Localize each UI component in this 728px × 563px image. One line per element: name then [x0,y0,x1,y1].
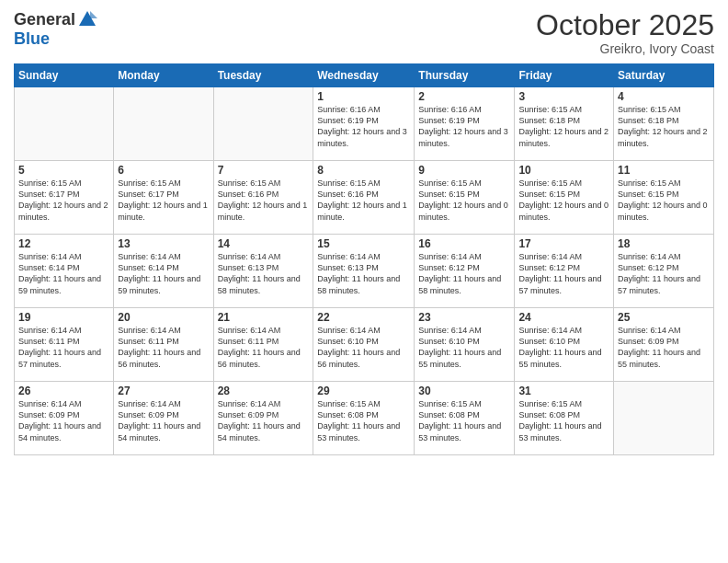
day-info: Sunrise: 6:14 AM Sunset: 6:12 PM Dayligh… [418,251,510,296]
day-info: Sunrise: 6:15 AM Sunset: 6:08 PM Dayligh… [418,398,510,443]
day-number: 9 [418,164,510,177]
day-info: Sunrise: 6:15 AM Sunset: 6:15 PM Dayligh… [518,178,609,223]
day-number: 20 [118,311,209,324]
logo-general-text: General [14,10,75,29]
col-monday: Monday [114,64,213,87]
title-block: October 2025 Greikro, Ivory Coast [536,9,714,56]
svg-marker-1 [90,11,97,18]
day-info: Sunrise: 6:15 AM Sunset: 6:15 PM Dayligh… [618,178,710,223]
logo: General Blue [14,9,97,49]
day-info: Sunrise: 6:14 AM Sunset: 6:12 PM Dayligh… [518,251,609,296]
day-info: Sunrise: 6:15 AM Sunset: 6:16 PM Dayligh… [218,178,310,223]
calendar-week-row: 5Sunrise: 6:15 AM Sunset: 6:17 PM Daylig… [15,161,714,235]
calendar-cell: 19Sunrise: 6:14 AM Sunset: 6:11 PM Dayli… [15,308,114,382]
day-info: Sunrise: 6:14 AM Sunset: 6:14 PM Dayligh… [118,251,209,296]
calendar-cell: 6Sunrise: 6:15 AM Sunset: 6:17 PM Daylig… [114,161,213,235]
calendar-cell: 16Sunrise: 6:14 AM Sunset: 6:12 PM Dayli… [415,235,515,308]
day-info: Sunrise: 6:15 AM Sunset: 6:18 PM Dayligh… [618,104,710,149]
day-info: Sunrise: 6:15 AM Sunset: 6:17 PM Dayligh… [118,178,209,223]
day-number: 7 [218,164,310,177]
calendar-cell: 13Sunrise: 6:14 AM Sunset: 6:14 PM Dayli… [114,235,213,308]
day-number: 24 [518,311,609,324]
calendar-week-row: 1Sunrise: 6:16 AM Sunset: 6:19 PM Daylig… [15,87,714,161]
day-number: 23 [418,311,510,324]
day-info: Sunrise: 6:15 AM Sunset: 6:08 PM Dayligh… [518,398,609,443]
day-info: Sunrise: 6:14 AM Sunset: 6:09 PM Dayligh… [118,398,209,443]
day-number: 1 [317,90,410,103]
logo-blue-text: Blue [14,29,50,49]
calendar-cell: 28Sunrise: 6:14 AM Sunset: 6:09 PM Dayli… [213,382,313,455]
calendar-cell: 11Sunrise: 6:15 AM Sunset: 6:15 PM Dayli… [614,161,714,235]
calendar-cell: 25Sunrise: 6:14 AM Sunset: 6:09 PM Dayli… [614,308,714,382]
calendar-cell: 5Sunrise: 6:15 AM Sunset: 6:17 PM Daylig… [15,161,114,235]
calendar-cell: 20Sunrise: 6:14 AM Sunset: 6:11 PM Dayli… [114,308,213,382]
day-info: Sunrise: 6:14 AM Sunset: 6:09 PM Dayligh… [218,398,310,443]
day-number: 14 [218,237,310,250]
calendar-cell: 1Sunrise: 6:16 AM Sunset: 6:19 PM Daylig… [313,87,415,161]
day-number: 11 [618,164,710,177]
day-number: 17 [518,237,609,250]
day-number: 6 [118,164,209,177]
day-number: 2 [418,90,510,103]
calendar-cell [114,87,213,161]
day-number: 13 [118,237,209,250]
day-info: Sunrise: 6:14 AM Sunset: 6:10 PM Dayligh… [418,325,510,370]
day-info: Sunrise: 6:15 AM Sunset: 6:08 PM Dayligh… [317,398,410,443]
calendar-cell: 24Sunrise: 6:14 AM Sunset: 6:10 PM Dayli… [515,308,614,382]
day-info: Sunrise: 6:15 AM Sunset: 6:16 PM Dayligh… [317,178,410,223]
calendar-cell: 31Sunrise: 6:15 AM Sunset: 6:08 PM Dayli… [515,382,614,455]
col-saturday: Saturday [614,64,714,87]
month-title: October 2025 [536,9,714,41]
day-number: 19 [18,311,109,324]
calendar-cell: 23Sunrise: 6:14 AM Sunset: 6:10 PM Dayli… [415,308,515,382]
logo-icon [77,9,97,29]
calendar-cell: 2Sunrise: 6:16 AM Sunset: 6:19 PM Daylig… [415,87,515,161]
calendar-cell: 10Sunrise: 6:15 AM Sunset: 6:15 PM Dayli… [515,161,614,235]
calendar-cell: 30Sunrise: 6:15 AM Sunset: 6:08 PM Dayli… [415,382,515,455]
calendar-cell: 18Sunrise: 6:14 AM Sunset: 6:12 PM Dayli… [614,235,714,308]
col-friday: Friday [515,64,614,87]
day-number: 10 [518,164,609,177]
day-info: Sunrise: 6:15 AM Sunset: 6:18 PM Dayligh… [518,104,609,149]
day-number: 4 [618,90,710,103]
calendar-cell: 3Sunrise: 6:15 AM Sunset: 6:18 PM Daylig… [515,87,614,161]
calendar-cell [614,382,714,455]
day-number: 15 [317,237,410,250]
calendar-cell [15,87,114,161]
calendar-cell: 12Sunrise: 6:14 AM Sunset: 6:14 PM Dayli… [15,235,114,308]
day-number: 27 [118,385,209,397]
day-info: Sunrise: 6:14 AM Sunset: 6:13 PM Dayligh… [218,251,310,296]
day-number: 12 [18,237,109,250]
day-info: Sunrise: 6:14 AM Sunset: 6:11 PM Dayligh… [118,325,209,370]
calendar-week-row: 12Sunrise: 6:14 AM Sunset: 6:14 PM Dayli… [15,235,714,308]
day-info: Sunrise: 6:14 AM Sunset: 6:12 PM Dayligh… [618,251,710,296]
day-info: Sunrise: 6:14 AM Sunset: 6:10 PM Dayligh… [317,325,410,370]
day-info: Sunrise: 6:14 AM Sunset: 6:10 PM Dayligh… [518,325,609,370]
calendar-cell: 21Sunrise: 6:14 AM Sunset: 6:11 PM Dayli… [213,308,313,382]
day-info: Sunrise: 6:14 AM Sunset: 6:09 PM Dayligh… [618,325,710,370]
calendar-cell: 15Sunrise: 6:14 AM Sunset: 6:13 PM Dayli… [313,235,415,308]
day-number: 5 [18,164,109,177]
location: Greikro, Ivory Coast [536,41,714,56]
header: General Blue October 2025 Greikro, Ivory… [14,9,714,56]
day-info: Sunrise: 6:14 AM Sunset: 6:11 PM Dayligh… [218,325,310,370]
calendar-week-row: 19Sunrise: 6:14 AM Sunset: 6:11 PM Dayli… [15,308,714,382]
day-number: 25 [618,311,710,324]
calendar-cell: 22Sunrise: 6:14 AM Sunset: 6:10 PM Dayli… [313,308,415,382]
calendar-header-row: Sunday Monday Tuesday Wednesday Thursday… [15,64,714,87]
calendar-week-row: 26Sunrise: 6:14 AM Sunset: 6:09 PM Dayli… [15,382,714,455]
day-number: 18 [618,237,710,250]
calendar-cell: 4Sunrise: 6:15 AM Sunset: 6:18 PM Daylig… [614,87,714,161]
calendar-cell: 29Sunrise: 6:15 AM Sunset: 6:08 PM Dayli… [313,382,415,455]
day-info: Sunrise: 6:16 AM Sunset: 6:19 PM Dayligh… [317,104,410,149]
day-number: 31 [518,385,609,397]
col-thursday: Thursday [415,64,515,87]
day-info: Sunrise: 6:15 AM Sunset: 6:15 PM Dayligh… [418,178,510,223]
day-number: 3 [518,90,609,103]
day-number: 21 [218,311,310,324]
day-info: Sunrise: 6:14 AM Sunset: 6:09 PM Dayligh… [18,398,109,443]
day-number: 8 [317,164,410,177]
calendar-cell: 17Sunrise: 6:14 AM Sunset: 6:12 PM Dayli… [515,235,614,308]
calendar-cell: 14Sunrise: 6:14 AM Sunset: 6:13 PM Dayli… [213,235,313,308]
day-number: 16 [418,237,510,250]
